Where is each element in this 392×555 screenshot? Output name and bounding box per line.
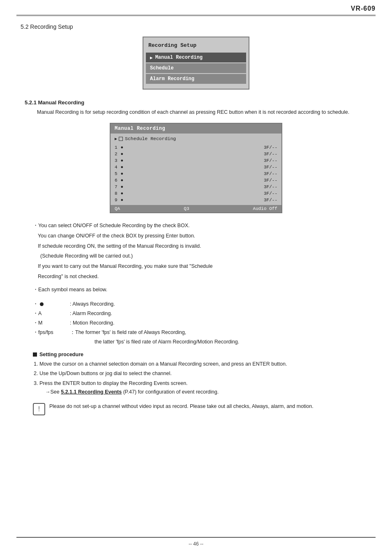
screen-title: Manual Recording — [111, 124, 281, 134]
info-bullet-4: (Schedule Recording will be carried out.… — [40, 252, 359, 260]
schedule-checkbox[interactable] — [119, 137, 123, 141]
schedule-arrow-icon: ▶ — [115, 136, 117, 141]
black-square-icon — [33, 352, 37, 357]
symbols-section: ・Each symbol means as below. ・ : Always … — [33, 286, 359, 346]
schedule-recording-label: Schedule Recording — [125, 136, 176, 141]
page-wrapper: VR-609 5.2 Recording Setup Recording Set… — [0, 0, 392, 555]
arrow-icon: ▶ — [150, 55, 153, 60]
procedure-steps-list: Move the cursor on a channel selection d… — [39, 360, 359, 396]
recording-setup-menu-box: Recording Setup ▶ Manual Recording Sched… — [143, 37, 249, 90]
symbol-alarm: ・A : Alarm Recording. — [33, 309, 359, 318]
info-bullet-5: If you want to carry out the Manual Reco… — [38, 262, 359, 271]
manual-recording-screen: Manual Recording ▶ Schedule Recording 1 … — [110, 123, 282, 213]
section-521-intro: Manual Recording is for setup recording … — [37, 108, 376, 116]
symbol-always: ・ : Always Recording. — [33, 300, 359, 308]
page-number: -- 46 -- — [189, 541, 203, 547]
top-header: VR-609 — [16, 0, 376, 16]
procedure-step-2: Use the Up/Down buttons or jog dial to s… — [39, 369, 359, 378]
procedure-section: Setting procedure Move the cursor on a c… — [33, 352, 359, 396]
footer-qa: QA — [115, 206, 120, 211]
recording-events-link[interactable]: 5.2.1.1 Recording Events — [61, 389, 122, 395]
recording-setup-menu-wrapper: Recording Setup ▶ Manual Recording Sched… — [16, 37, 376, 90]
symbol-fps-1: ・fps/fps ：The former 'fps' is field rate… — [33, 328, 359, 336]
channel-numbers: 1 2 3 4 5 6 7 8 9 — [115, 145, 118, 203]
section-52-heading: 5.2 Recording Setup — [21, 23, 376, 30]
schedule-recording-row: ▶ Schedule Recording — [111, 134, 281, 143]
procedure-step-1: Move the cursor on a channel selection d… — [39, 360, 359, 368]
page-footer: -- 46 -- — [16, 537, 376, 547]
info-bullet-3: If schedule recording ON, the setting of… — [38, 242, 359, 251]
menu-box-title: Recording Setup — [143, 41, 249, 52]
symbol-motion: ・M : Motion Recording. — [33, 319, 359, 327]
footer-q3: Q3 — [184, 206, 189, 211]
warning-text: Please do not set-up a channel without v… — [49, 402, 314, 410]
channel-rates: 3F/-- 3F/-- 3F/-- 3F/-- 3F/-- 3F/-- 3F/-… — [264, 145, 277, 203]
model-name: VR-609 — [351, 5, 376, 12]
info-bullet-6: Recording" is not checked. — [38, 272, 359, 281]
always-circle-icon — [40, 302, 44, 306]
footer-audio-off: Audio Off — [253, 206, 277, 211]
channel-list: 1 2 3 4 5 6 7 8 9 ● ● ● ● ● ● ● — [111, 143, 281, 205]
info-bullet-2: You can change ON/OFF of the check BOX b… — [38, 232, 359, 240]
section-521-heading: 5.2.1 Manual Recording — [25, 99, 84, 106]
info-bullets-section: ・You can select ON/OFF of Schedule Recor… — [33, 221, 359, 281]
menu-item-manual-recording[interactable]: ▶ Manual Recording — [146, 53, 246, 62]
procedure-step-3-ref: →See 5.2.1.1 Recording Events (P.47) for… — [45, 389, 219, 395]
procedure-title: Setting procedure — [33, 352, 359, 357]
channel-dot-indicators: ● ● ● ● ● ● ● ● ● — [121, 145, 124, 203]
symbol-fps-2: the latter 'fps' is filed rate of Alarm … — [33, 338, 359, 346]
screen-footer: QA Q3 Audio Off — [111, 205, 281, 212]
manual-recording-screen-wrapper: Manual Recording ▶ Schedule Recording 1 … — [16, 123, 376, 213]
each-symbol-label: ・Each symbol means as below. — [33, 286, 359, 293]
warning-icon: ! — [33, 403, 45, 415]
menu-item-schedule[interactable]: Schedule — [146, 63, 246, 73]
procedure-step-3: Press the ENTER button to display the Re… — [39, 379, 359, 397]
warning-box: ! Please do not set-up a channel without… — [33, 402, 359, 415]
menu-item-alarm-recording[interactable]: Alarm Recording — [146, 74, 246, 84]
info-bullet-1: ・You can select ON/OFF of Schedule Recor… — [33, 221, 359, 230]
